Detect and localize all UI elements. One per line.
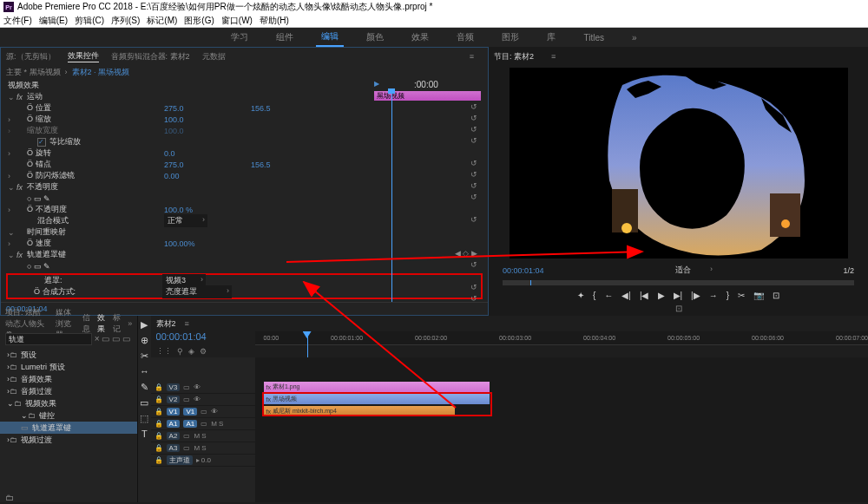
lock-icon[interactable]: 🔒 — [155, 420, 163, 428]
video-preview[interactable] — [510, 68, 848, 259]
kf-reset-7[interactable]: ↺ — [374, 180, 481, 191]
timeline-menu-icon[interactable]: ≡ — [185, 319, 189, 328]
toggle-motion[interactable]: ⌄ — [8, 93, 16, 101]
ws-edit[interactable]: 编辑 — [316, 28, 344, 47]
effect-track-matte-key[interactable]: ▭轨道遮罩键 — [0, 422, 137, 434]
btn-in[interactable]: { — [593, 291, 595, 300]
mute-solo[interactable]: M S — [194, 432, 206, 440]
mini-playhead[interactable] — [391, 92, 392, 302]
kf-reset-9[interactable]: ↺ — [374, 213, 481, 225]
kf-reset-11[interactable]: ↺ — [374, 281, 481, 292]
folder-lumetri[interactable]: ›🗀Lumetri 预设 — [0, 361, 137, 373]
tl-settings-icon[interactable]: ⚙ — [200, 347, 207, 356]
fit-dropdown[interactable]: 适合 — [672, 264, 715, 277]
kf-reset-6[interactable]: ↺ — [374, 168, 481, 180]
folder-presets[interactable]: ›🗀预设 — [0, 349, 137, 361]
mute-solo[interactable]: M S — [194, 444, 206, 452]
track-v2-label[interactable]: V2 — [167, 396, 181, 403]
ws-color[interactable]: 颜色 — [361, 29, 389, 46]
btn-next[interactable]: ▶| — [674, 291, 683, 300]
program-tc-left[interactable]: 00:00:01:04 — [503, 266, 544, 275]
toggle-rotation[interactable]: › — [8, 149, 16, 158]
timeline-ruler[interactable]: 00:00 00:00:01:00 00:00:02:00 00:00:03:0… — [255, 331, 868, 345]
ws-overflow-icon[interactable]: » — [627, 30, 642, 45]
kf-reset-1[interactable]: ↺ — [374, 101, 481, 112]
btn-play[interactable]: ▶ — [658, 291, 665, 300]
btn-prev[interactable]: |◀ — [640, 291, 649, 300]
tab-effect-controls[interactable]: 效果控件 — [68, 50, 99, 62]
prop-flicker[interactable]: 防闪烁滤镜 — [36, 171, 75, 180]
program-menu-icon[interactable]: ≡ — [551, 52, 556, 61]
sequence-name[interactable]: 素材2 — [156, 318, 176, 330]
tool-selection[interactable]: ▶ — [141, 319, 148, 331]
track-v1-label[interactable]: V1 — [183, 408, 197, 416]
menu-edit[interactable]: 编辑(E) — [39, 15, 68, 27]
tab-info[interactable]: 信息 — [82, 312, 90, 335]
tab-effects-browser[interactable]: 效果 — [97, 312, 105, 335]
kf-reset-10[interactable]: ↺ — [374, 259, 481, 270]
menu-graphics[interactable]: 图形(G) — [184, 15, 214, 27]
rotation-value[interactable]: 0.0 — [164, 149, 251, 158]
folder-audio-fx[interactable]: ›🗀音频效果 — [0, 373, 137, 385]
track-a3-label[interactable]: A3 — [167, 444, 181, 452]
tab-metadata[interactable]: 元数据 — [202, 51, 226, 62]
track-v3-label[interactable]: V3 — [167, 383, 181, 391]
tool-hand[interactable]: ⬚ — [140, 413, 148, 425]
eye-icon[interactable]: 👁 — [211, 408, 218, 416]
btn-lift[interactable]: ✂ — [738, 291, 745, 300]
menu-help[interactable]: 帮助(H) — [260, 15, 289, 27]
eye-icon[interactable]: 👁 — [194, 396, 201, 403]
prop-opacity[interactable]: 不透明度 — [36, 205, 67, 213]
tab-markers[interactable]: 标记 — [113, 312, 121, 335]
folder-video-fx[interactable]: ⌄🗀视频效果 — [0, 397, 137, 409]
track-a1-label[interactable]: A1 — [183, 420, 197, 428]
scale-value[interactable]: 100.0 — [164, 115, 251, 124]
kf-reset-12[interactable]: ↺ — [374, 292, 481, 302]
eye-icon[interactable]: 👁 — [194, 383, 201, 391]
prop-scale[interactable]: 缩放 — [36, 115, 51, 123]
toggle-opacity-prop[interactable]: › — [8, 206, 16, 214]
toggle-scale[interactable]: › — [8, 115, 16, 124]
menu-sequence[interactable]: 序列(S) — [111, 15, 140, 27]
lock-icon[interactable]: 🔒 — [155, 396, 163, 403]
tool-pen[interactable]: ▭ — [140, 397, 148, 409]
btn-out[interactable]: } — [727, 291, 729, 300]
clip-link[interactable]: 素材2 · 黑场视频 — [72, 68, 130, 76]
btn-goto-out[interactable]: → — [709, 291, 718, 300]
folder-video-trans[interactable]: ›🗀视频过渡 — [0, 434, 137, 446]
position-x[interactable]: 275.0 — [164, 104, 251, 113]
prop-blend[interactable]: 混合模式 — [16, 215, 164, 226]
lock-icon[interactable]: 🔒 — [155, 383, 163, 391]
ws-assembly[interactable]: 组件 — [271, 29, 299, 46]
lock-icon[interactable]: 🔒 — [155, 408, 163, 416]
fx-opacity[interactable]: 不透明度 — [27, 181, 174, 193]
track-a2-label[interactable]: A2 — [167, 432, 181, 440]
tool-razor[interactable]: ↔ — [140, 366, 149, 378]
fx-motion[interactable]: 运动 — [27, 91, 174, 102]
fx-timeremap[interactable]: 时间重映射 — [27, 226, 174, 238]
clip-v3[interactable]: fx 素材1.png — [264, 382, 490, 392]
ws-audio[interactable]: 音频 — [451, 29, 479, 46]
menu-file[interactable]: 文件(F) — [3, 15, 32, 27]
tl-marker-icon[interactable]: ◈ — [188, 347, 194, 356]
tool-track-select[interactable]: ⊕ — [141, 335, 148, 347]
prop-rotation[interactable]: 旋转 — [36, 148, 51, 157]
tab-source[interactable]: 源:（无剪辑） — [6, 51, 56, 62]
timeline-timecode[interactable]: 00:00:01:04 — [151, 331, 255, 345]
track-master-label[interactable]: 主声道 — [167, 455, 193, 465]
fx-track-matte-key[interactable]: 轨道遮罩键 — [27, 249, 174, 260]
mini-tl-playhead-icon[interactable]: ▶ — [374, 80, 379, 89]
folder-keying[interactable]: ⌄🗀键控 — [0, 409, 137, 422]
folder-audio-trans[interactable]: ›🗀音频过渡 — [0, 385, 137, 397]
btn-settings[interactable]: ⊡ — [773, 291, 779, 300]
composite-dropdown[interactable]: 亮度遮罩 — [162, 285, 232, 298]
toggle-trackkey[interactable]: ⌄ — [8, 251, 16, 259]
toggle-opacity-fx[interactable]: ⌄ — [8, 183, 16, 192]
prop-matte[interactable]: 遮罩: — [23, 275, 162, 286]
lock-icon[interactable]: 🔒 — [155, 456, 163, 464]
clip-v1[interactable]: fx 威尼斯 mixkit-birch.mp4 — [264, 406, 455, 416]
uniform-scale-checkbox[interactable] — [37, 138, 46, 147]
position-y[interactable]: 156.5 — [251, 104, 338, 113]
opacity-value[interactable]: 100.0 % — [164, 206, 251, 214]
ws-titles[interactable]: Titles — [578, 30, 609, 45]
